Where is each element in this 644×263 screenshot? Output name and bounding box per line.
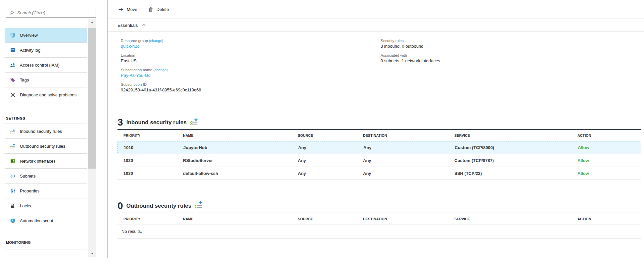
rules-out-icon: [10, 143, 16, 149]
table-row[interactable]: 1010 JupyterHub Any Any Custom (TCP/8000…: [117, 141, 641, 154]
sidebar-item-label: Properties: [20, 188, 39, 193]
sidebar-item-label: Tags: [20, 78, 29, 82]
sidebar-section-settings: SETTINGS: [5, 102, 87, 124]
cell-priority: 1020: [117, 158, 183, 163]
sidebar-item-label: Locks: [20, 203, 31, 208]
essentials-header[interactable]: Essentials: [108, 19, 644, 32]
essentials-body: Resource group(change) quick-h2o Locatio…: [108, 32, 644, 99]
inbound-count: 3: [117, 118, 123, 127]
delete-button[interactable]: Delete: [148, 7, 169, 12]
cell-action: Allow: [577, 171, 641, 176]
cell-destination: Any: [363, 158, 454, 163]
outbound-title: Outbound security rules: [126, 203, 191, 210]
cell-service: Custom (TCP/8000): [455, 145, 578, 150]
empty-state-text: No results.: [117, 225, 641, 238]
sidebar-item-tags[interactable]: Tags: [5, 73, 87, 87]
move-icon: [118, 7, 124, 12]
tag-icon: [10, 77, 16, 83]
cell-source: Any: [298, 171, 363, 176]
chevron-down-icon: [90, 251, 94, 255]
column-header: NAME: [183, 133, 298, 137]
sidebar-item-overview[interactable]: Overview: [5, 28, 87, 43]
field-label: Security rules: [381, 39, 404, 43]
essentials-title: Essentials: [117, 23, 138, 28]
sidebar-item-access-control-iam[interactable]: Access control (IAM): [5, 58, 87, 73]
sidebar-item-network-interfaces[interactable]: Network interfaces: [5, 154, 87, 169]
sidebar-item-label: Subnets: [20, 174, 36, 179]
sidebar-section-monitoring: MONITORING: [5, 228, 87, 249]
field-value: 3 inbound, 0 outbound: [381, 43, 644, 49]
column-header: DESTINATION: [363, 217, 454, 221]
inbound-table-body: 1010 JupyterHub Any Any Custom (TCP/8000…: [117, 141, 641, 180]
people-icon: [10, 62, 16, 68]
column-header: SOURCE: [298, 133, 363, 137]
field-value[interactable]: Pay-As-You-Go: [121, 73, 381, 79]
collapse-chevron-icon[interactable]: [142, 23, 146, 27]
sidebar-item-diagnose-and-solve-problems[interactable]: Diagnose and solve problems: [5, 87, 87, 102]
cell-priority: 1010: [118, 145, 183, 150]
column-header: PRIORITY: [117, 217, 183, 221]
cell-destination: Any: [363, 171, 454, 176]
delete-label: Delete: [157, 7, 169, 12]
field-value[interactable]: quick-h2o: [121, 43, 381, 49]
field-label: Subscription ID: [121, 82, 147, 86]
sidebar-item-label: Inbound security rules: [20, 129, 62, 134]
cell-name: JupyterHub: [183, 145, 298, 150]
field-label: Subscription name: [121, 68, 152, 72]
essentials-field: Resource group(change) quick-h2o: [121, 38, 381, 49]
search-icon: [9, 10, 14, 15]
section-heading: MONITORING: [6, 240, 31, 244]
table-row[interactable]: 1020 RStudioServer Any Any Custom (TCP/8…: [117, 154, 641, 167]
column-header: PRIORITY: [117, 133, 183, 137]
column-header: SERVICE: [454, 133, 577, 137]
cell-destination: Any: [363, 145, 455, 150]
change-link[interactable]: (change): [149, 39, 163, 43]
field-label: Associated with: [381, 53, 407, 57]
sidebar-item-label: Automation script: [20, 218, 53, 223]
outbound-rules-section: 0 Outbound security rules PRIORITY NAME …: [117, 201, 641, 238]
field-value: East US: [121, 58, 381, 64]
essentials-field: Associated with 0 subnets, 1 network int…: [381, 53, 644, 64]
table-row[interactable]: 1030 default-allow-ssh Any Any SSH (TCP/…: [117, 167, 641, 180]
cell-source: Any: [298, 145, 363, 150]
sidebar-item-label: Access control (IAM): [20, 63, 60, 68]
field-label: Location: [121, 53, 135, 57]
change-link[interactable]: (change): [153, 68, 167, 72]
search-input[interactable]: [17, 10, 96, 16]
sidebar-item-properties[interactable]: Properties: [5, 184, 87, 198]
sidebar-item-activity-log[interactable]: Activity log: [5, 43, 87, 58]
cell-name: RStudioServer: [183, 158, 298, 163]
sidebar-scrollbar[interactable]: [88, 19, 96, 257]
outbound-rules-heading: 0 Outbound security rules: [117, 201, 641, 213]
column-header: NAME: [183, 217, 298, 221]
section-heading: SETTINGS: [6, 116, 25, 120]
sidebar-search-box: [6, 8, 96, 18]
move-button[interactable]: Move: [118, 7, 137, 12]
cell-name: default-allow-ssh: [183, 171, 298, 176]
cell-action: Allow: [577, 158, 641, 163]
essentials-field: Security rules 3 inbound, 0 outbound: [381, 38, 644, 49]
inbound-title: Inbound security rules: [126, 119, 187, 127]
column-header: DESTINATION: [363, 133, 454, 137]
sidebar-item-label: Activity log: [20, 48, 40, 53]
sidebar-item-automation-script[interactable]: Automation script: [5, 213, 87, 228]
script-icon: [10, 218, 16, 224]
sidebar-item-inbound-security-rules[interactable]: Inbound security rules: [5, 124, 87, 139]
scroll-down-button[interactable]: [88, 249, 96, 257]
column-header: SERVICE: [454, 217, 577, 221]
sidebar-item-label: Network interfaces: [20, 159, 56, 164]
scroll-up-button[interactable]: [88, 19, 96, 26]
cell-priority: 1030: [117, 171, 183, 176]
inbound-rules-heading: 3 Inbound security rules: [117, 118, 641, 130]
sliders-icon: [10, 188, 16, 194]
essentials-field: Subscription name(change) Pay-As-You-Go: [121, 68, 381, 79]
sidebar-item-locks[interactable]: Locks: [5, 198, 87, 213]
sidebar-item-outbound-security-rules[interactable]: Outbound security rules: [5, 139, 87, 154]
sidebar-settings-group: Inbound security rules Outbound security…: [5, 124, 87, 228]
sidebar-item-subnets[interactable]: Subnets: [5, 169, 87, 184]
nic-icon: [10, 158, 16, 164]
field-value: 92429150-401a-431f-8955-e69c0c119e68: [121, 87, 381, 93]
scrollbar-thumb[interactable]: [88, 28, 96, 169]
lock-icon: [10, 203, 16, 209]
sidebar-item-label: Diagnose and solve problems: [20, 92, 76, 97]
